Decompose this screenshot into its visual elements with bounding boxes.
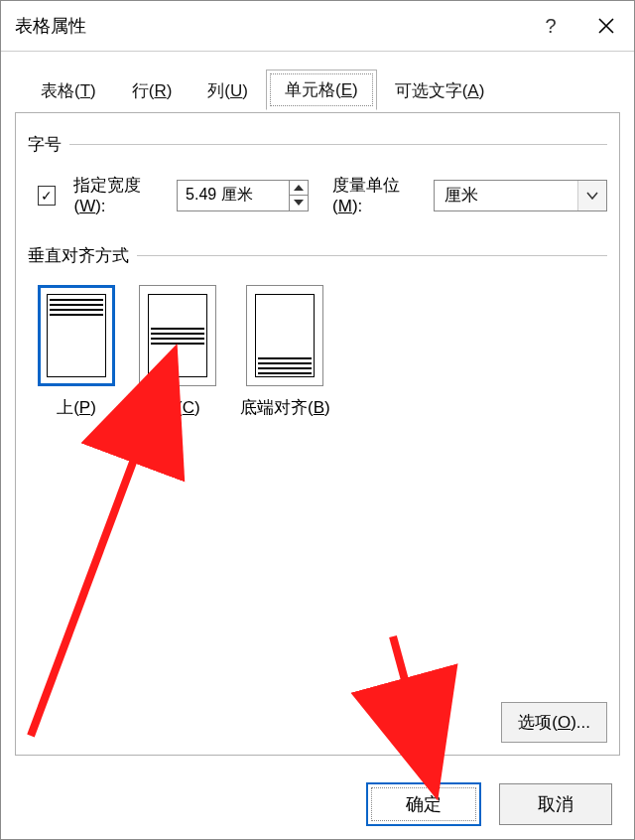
valign-bottom-label: 底端对齐(B) — [240, 396, 330, 419]
title-bar: 表格属性 ? — [1, 1, 634, 52]
unit-select[interactable]: 厘米 — [434, 180, 607, 211]
valign-top[interactable]: 上(P) — [38, 285, 115, 419]
width-spinner[interactable] — [177, 180, 309, 211]
valign-center-label: 居 (C) — [155, 396, 199, 419]
close-button[interactable] — [578, 1, 634, 51]
valign-bottom[interactable]: 底端对齐(B) — [240, 285, 330, 419]
unit-label: 度量单位(M): — [332, 174, 422, 216]
help-button[interactable]: ? — [523, 1, 578, 51]
tab-cell[interactable]: 单元格(E) — [266, 70, 377, 110]
options-button[interactable]: 选项(O)... — [501, 702, 607, 743]
group-valign-title: 垂直对齐方式 — [28, 244, 129, 267]
group-valign: 垂直对齐方式 上(P) 居 (C) 底端对齐(B) — [28, 244, 607, 419]
tab-strip: 表格(T) 行(R) 列(U) 单元格(E) 可选文字(A) — [1, 51, 634, 109]
ok-button[interactable]: 确定 — [366, 782, 481, 826]
spinner-down-icon[interactable] — [290, 196, 308, 210]
dialog-footer: 确定 取消 — [1, 770, 634, 839]
specify-width-checkbox[interactable]: ✓ — [38, 186, 56, 206]
group-size-title: 字号 — [28, 133, 62, 156]
tab-row[interactable]: 行(R) — [114, 71, 190, 110]
dialog-title: 表格属性 — [15, 14, 86, 38]
group-size: 字号 ✓ 指定宽度(W): 度量单位(M): — [28, 133, 607, 216]
tab-panel-cell: 字号 ✓ 指定宽度(W): 度量单位(M): — [15, 112, 620, 756]
cancel-button[interactable]: 取消 — [499, 783, 612, 825]
valign-top-label: 上(P) — [57, 396, 96, 419]
unit-select-value: 厘米 — [435, 184, 577, 207]
valign-center[interactable]: 居 (C) — [139, 285, 216, 419]
width-input[interactable] — [178, 181, 289, 210]
dialog-body: 表格(T) 行(R) 列(U) 单元格(E) 可选文字(A) 字号 ✓ 指定宽度… — [1, 51, 634, 770]
chevron-down-icon — [577, 181, 606, 210]
tab-alt[interactable]: 可选文字(A) — [377, 71, 503, 110]
specify-width-label: 指定宽度(W): — [73, 174, 165, 216]
spinner-up-icon[interactable] — [290, 181, 308, 197]
dialog-window: 表格属性 ? 表格(T) 行(R) 列(U) 单元格(E) 可选文字(A) 字号… — [0, 0, 635, 840]
tab-col[interactable]: 列(U) — [190, 71, 266, 110]
tab-table[interactable]: 表格(T) — [23, 71, 114, 110]
